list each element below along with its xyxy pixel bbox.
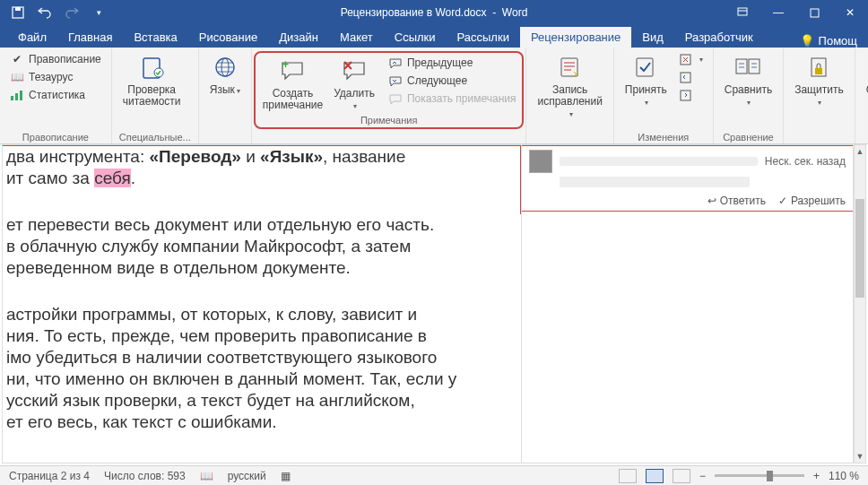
- zoom-slider[interactable]: [715, 474, 804, 477]
- comments-pane: Неск. сек. назад ↩Ответить ✓Разрешить: [521, 145, 853, 463]
- tab-design[interactable]: Дизайн: [268, 27, 329, 48]
- delete-comment-icon: [340, 56, 369, 85]
- group-onenote: N Связанные заметки OneNote: [855, 48, 868, 143]
- reject-button[interactable]: ▾: [676, 51, 706, 67]
- comment-time: Неск. сек. назад: [765, 155, 846, 168]
- title-bar: ▾ Рецензирование в Word.docx - Word — ✕: [0, 0, 868, 25]
- accept-button[interactable]: Принять▾: [621, 51, 671, 110]
- zoom-in-button[interactable]: +: [813, 470, 820, 482]
- new-comment-icon: +: [278, 56, 307, 85]
- next-change-button[interactable]: [676, 87, 706, 103]
- prev-change-icon: [679, 70, 693, 84]
- reject-icon: [679, 52, 693, 66]
- tab-view[interactable]: Вид: [631, 27, 674, 48]
- commented-text[interactable]: себя: [94, 169, 131, 187]
- tab-draw[interactable]: Рисование: [188, 27, 268, 48]
- status-bar: Страница 2 из 4 Число слов: 593 📖 русски…: [0, 465, 868, 485]
- save-icon[interactable]: [11, 5, 25, 20]
- macro-indicator-icon[interactable]: ▦: [281, 470, 291, 482]
- language-button[interactable]: Язык▾: [206, 51, 244, 99]
- svg-rect-16: [681, 91, 690, 100]
- group-language: Язык▾: [199, 48, 252, 143]
- qat-customize-icon[interactable]: ▾: [91, 5, 106, 20]
- vertical-scrollbar[interactable]: ▲ ▼: [854, 144, 866, 463]
- track-changes-button[interactable]: Запись исправлений ▾: [534, 51, 605, 122]
- spelling-button[interactable]: ✔Правописание: [7, 51, 104, 67]
- lightbulb-icon: 💡: [800, 34, 814, 48]
- scroll-up-icon[interactable]: ▲: [855, 145, 865, 158]
- view-read-button[interactable]: [619, 469, 637, 483]
- scroll-down-icon[interactable]: ▼: [855, 450, 865, 463]
- tab-layout[interactable]: Макет: [329, 27, 384, 48]
- ribbon: ✔Правописание 📖Тезаурус Статистика Право…: [0, 48, 868, 144]
- minimize-button[interactable]: —: [760, 0, 796, 25]
- tab-insert[interactable]: Вставка: [123, 27, 187, 48]
- chevron-down-icon: ▾: [818, 99, 821, 107]
- tab-file[interactable]: Файл: [7, 27, 57, 48]
- view-print-button[interactable]: [646, 469, 664, 483]
- tab-references[interactable]: Ссылки: [384, 27, 447, 48]
- reply-button[interactable]: ↩Ответить: [707, 195, 766, 207]
- avatar: [529, 150, 552, 173]
- tab-home[interactable]: Главная: [57, 27, 123, 48]
- compare-button[interactable]: Сравнить▾: [721, 51, 776, 110]
- show-comments-button: Показать примечания: [386, 91, 519, 107]
- svg-rect-4: [11, 96, 13, 100]
- group-proofing: ✔Правописание 📖Тезаурус Статистика Право…: [0, 48, 112, 143]
- svg-rect-20: [815, 68, 822, 74]
- tab-review[interactable]: Рецензирование: [520, 27, 631, 48]
- zoom-out-button[interactable]: −: [699, 470, 706, 482]
- app-name: Word: [502, 6, 527, 19]
- zoom-level[interactable]: 110 %: [829, 470, 859, 482]
- group-label: Сравнение: [721, 132, 776, 143]
- undo-icon[interactable]: [38, 5, 52, 20]
- group-label: Специальные...: [119, 132, 191, 143]
- protect-button[interactable]: Защитить▾: [791, 51, 846, 110]
- show-comments-icon: [388, 91, 403, 106]
- comment-card[interactable]: Неск. сек. назад ↩Ответить ✓Разрешить: [522, 145, 853, 212]
- group-protect: Защитить▾: [784, 48, 855, 143]
- tab-developer[interactable]: Разработчик: [674, 27, 764, 48]
- proofing-status-icon[interactable]: 📖: [200, 470, 213, 482]
- prev-comment-button[interactable]: Предыдущее: [386, 55, 519, 71]
- delete-comment-button[interactable]: Удалить▾: [330, 55, 378, 114]
- document-name: Рецензирование в Word.docx: [341, 6, 487, 19]
- word-count[interactable]: Число слов: 593: [104, 470, 186, 482]
- stats-button[interactable]: Статистика: [7, 87, 104, 103]
- scroll-thumb[interactable]: [855, 199, 864, 298]
- tab-mailings[interactable]: Рассылки: [447, 27, 520, 48]
- prev-change-button[interactable]: [676, 69, 706, 85]
- redo-icon[interactable]: [65, 5, 79, 20]
- ribbon-options-icon[interactable]: [725, 0, 760, 25]
- tell-me[interactable]: 💡 Помощ: [800, 34, 868, 48]
- accept-icon: [631, 53, 660, 82]
- svg-rect-3: [811, 9, 819, 17]
- group-accessibility: Проверка читаемости Специальные...: [112, 48, 199, 143]
- thesaurus-icon: 📖: [10, 70, 24, 84]
- zoom-knob[interactable]: [767, 471, 773, 481]
- check-accessibility-button[interactable]: Проверка читаемости: [119, 51, 185, 109]
- stats-icon: [10, 88, 24, 102]
- new-comment-button[interactable]: + Создать примечание: [259, 55, 326, 113]
- svg-rect-15: [681, 73, 690, 82]
- document-body[interactable]: два инструмента: «Перевод» и «Язык», наз…: [3, 145, 521, 463]
- linked-notes-button[interactable]: N Связанные заметки: [863, 51, 868, 109]
- language-indicator[interactable]: русский: [228, 470, 266, 482]
- resolve-button[interactable]: ✓Разрешить: [778, 195, 846, 207]
- view-web-button[interactable]: [673, 469, 690, 483]
- svg-rect-18: [749, 59, 760, 74]
- svg-rect-17: [736, 59, 747, 74]
- group-label: Изменения: [621, 132, 706, 143]
- track-changes-icon: [556, 53, 585, 82]
- svg-rect-2: [738, 8, 747, 15]
- group-tracking: Запись исправлений ▾: [526, 48, 613, 143]
- thesaurus-button[interactable]: 📖Тезаурус: [7, 69, 104, 85]
- close-button[interactable]: ✕: [832, 0, 868, 25]
- next-comment-button[interactable]: Следующее: [386, 73, 519, 89]
- page-indicator[interactable]: Страница 2 из 4: [9, 470, 90, 482]
- resolve-icon: ✓: [778, 195, 787, 207]
- chevron-down-icon: ▾: [747, 99, 751, 107]
- spelling-icon: ✔: [10, 52, 24, 66]
- document-area: два инструмента: «Перевод» и «Язык», наз…: [2, 144, 854, 463]
- maximize-button[interactable]: [796, 0, 832, 25]
